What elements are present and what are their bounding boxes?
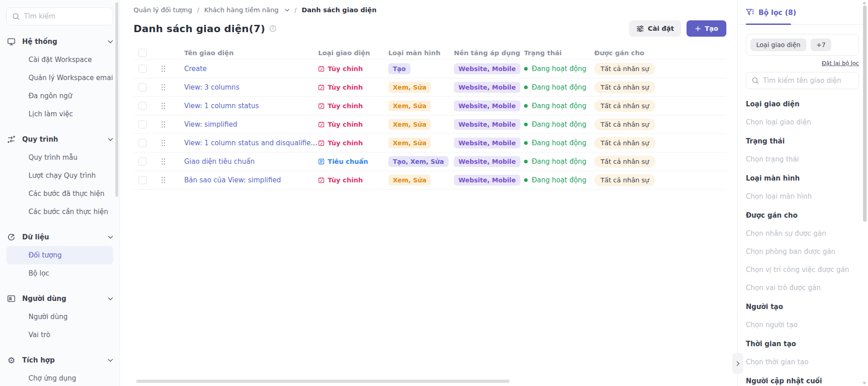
sidebar-section-quy-trinh[interactable]: Quy trình <box>6 130 113 148</box>
filter-select-nguoi-tao[interactable]: Chọn người tạo <box>746 321 859 329</box>
status-cell: Đang hoạt động <box>524 157 594 166</box>
interface-name-link[interactable]: Bản sao của View: simplified <box>184 176 281 184</box>
drag-handle-icon[interactable] <box>161 84 166 91</box>
create-button[interactable]: + Tạo <box>687 20 726 37</box>
type-cell: Tùy chỉnh <box>318 176 388 184</box>
screen-badge: Xem, Sửa <box>388 175 431 186</box>
status-label: Đang hoạt động <box>532 65 587 73</box>
title-row: Danh sách giao diện(7) Cài đặt <box>134 21 726 36</box>
sidebar-item-quy-trinh-mau[interactable]: Quy trình mẫu <box>6 148 113 167</box>
interface-name-link[interactable]: View: 1 column status and disqualified r… <box>184 139 318 147</box>
drag-handle-icon[interactable] <box>161 121 166 128</box>
row-checkbox[interactable] <box>138 83 147 91</box>
sidebar-item-cac-buoc-da-thuc-hien[interactable]: Các bước đã thực hiện <box>6 185 113 203</box>
column-header-name: Tên giao diện <box>172 49 318 57</box>
filter-panel-scrollbar[interactable] <box>863 0 867 386</box>
chevron-down-icon[interactable] <box>285 9 290 12</box>
breadcrumb-item-quan-ly-doi-tuong[interactable]: Quản lý đối tượng <box>134 6 192 14</box>
status-label: Đang hoạt động <box>532 120 587 129</box>
status-label: Đang hoạt động <box>532 176 587 184</box>
collapse-panel-button[interactable] <box>732 353 743 374</box>
settings-button[interactable]: Cài đặt <box>629 20 682 37</box>
sidebar-item-doi-tuong[interactable]: Đối tượng <box>6 246 113 264</box>
filter-select-loai-giao-dien[interactable]: Chọn loại giao diện <box>746 118 859 126</box>
workflow-icon <box>6 134 16 144</box>
interface-name-link[interactable]: View: 1 column status <box>184 102 259 110</box>
row-checkbox[interactable] <box>138 65 147 73</box>
interface-name-link[interactable]: View: simplified <box>184 120 237 129</box>
screen-badge: Xem, Sửa <box>388 138 431 148</box>
filter-tab[interactable]: Bộ lọc (8) <box>746 0 859 25</box>
filter-search[interactable] <box>746 72 859 89</box>
sidebar-section-he-thong[interactable]: Hệ thống <box>6 33 113 51</box>
filter-chip[interactable]: Loại giao diện <box>750 38 806 51</box>
status-label: Đang hoạt động <box>532 102 587 110</box>
sidebar-item-quan-ly-workspace-email[interactable]: Quản lý Workspace email <box>6 69 113 87</box>
filter-section-nguoi-tao: Người tạo <box>746 303 859 311</box>
sidebar-item-lich-lam-viec[interactable]: Lịch làm việc <box>6 105 113 123</box>
filter-chip-more[interactable]: +7 <box>811 38 832 51</box>
interface-name-link[interactable]: Giao diện tiêu chuẩn <box>184 157 255 166</box>
filter-select-loai-man-hinh[interactable]: Chọn loại màn hình <box>746 192 859 200</box>
filter-section-loai-man-hinh: Loại màn hình <box>746 174 859 182</box>
sidebar-section-nguoi-dung[interactable]: Người dùng <box>6 290 113 308</box>
drag-handle-icon[interactable] <box>161 176 166 184</box>
filter-tab-active-indicator <box>746 24 791 25</box>
info-icon[interactable] <box>269 25 277 32</box>
status-cell: Đang hoạt động <box>524 176 594 184</box>
filter-search-input[interactable] <box>763 76 853 85</box>
filter-select-phong-ban-duoc-gan[interactable]: Chọn phòng ban được gán <box>746 248 859 256</box>
sidebar-item-cho-ung-dung[interactable]: Chợ ứng dụng <box>6 369 113 386</box>
sidebar: Hệ thống Cài đặt Workspace Quản lý Works… <box>0 0 120 386</box>
scroll-up-arrow[interactable] <box>863 1 866 4</box>
row-checkbox[interactable] <box>138 139 147 147</box>
filter-panel-scrollthumb[interactable] <box>863 5 867 222</box>
type-cell: Tùy chỉnh <box>318 121 388 128</box>
sidebar-item-luot-chay-quy-trinh[interactable]: Lượt chạy Quy trình <box>6 167 113 185</box>
status-dot <box>524 160 528 163</box>
table-row: View: 3 columns Tùy chỉnh Xem, Sửa Websi… <box>134 78 726 97</box>
sidebar-item-nguoi-dung[interactable]: Người dùng <box>6 308 113 326</box>
type-label: Tùy chỉnh <box>328 102 363 110</box>
sidebar-item-vai-tro[interactable]: Vai trò <box>6 326 113 344</box>
horizontal-scrollbar[interactable] <box>136 380 510 383</box>
filter-select-thoi-gian-tao[interactable]: Chọn thời gian tạo <box>746 358 859 366</box>
breadcrumb-item-khach-hang-tiem-nang[interactable]: Khách hàng tiềm năng <box>204 6 278 14</box>
sidebar-item-cai-dat-workspace[interactable]: Cài đặt Workspace <box>6 51 113 69</box>
row-checkbox[interactable] <box>138 120 147 129</box>
scroll-down-arrow[interactable] <box>863 382 866 385</box>
row-checkbox[interactable] <box>138 157 147 166</box>
filter-select-vi-tri-cong-viec-duoc-gan[interactable]: Chọn vị trí công việc được gán <box>746 266 859 274</box>
sidebar-scrollbar[interactable] <box>115 2 118 197</box>
data-icon <box>6 232 16 242</box>
screen-badge: Tạo, Xem, Sửa <box>388 156 448 167</box>
sidebar-item-cac-buoc-can-thuc-hien[interactable]: Các bước cần thực hiện <box>6 203 113 221</box>
sidebar-section-du-lieu[interactable]: Dữ liệu <box>6 228 113 246</box>
filter-select-trang-thai[interactable]: Chọn trạng thái <box>746 155 859 163</box>
select-all-checkbox[interactable] <box>138 49 147 57</box>
drag-handle-icon[interactable] <box>161 102 166 110</box>
filter-section-nguoi-cap-nhat-cuoi: Người cập nhật cuối <box>746 377 859 385</box>
drag-handle-icon[interactable] <box>161 65 166 72</box>
drag-handle-icon[interactable] <box>161 139 166 147</box>
drag-handle-icon[interactable] <box>161 158 166 165</box>
sidebar-item-bo-loc[interactable]: Bộ lọc <box>6 264 113 282</box>
list-form-icon <box>318 158 324 165</box>
reset-filters-link[interactable]: Đặt lại bộ lọc <box>746 60 859 67</box>
chevron-down-icon <box>108 138 113 141</box>
filter-select-vai-tro-duoc-gan[interactable]: Chọn vai trò được gán <box>746 284 859 292</box>
sidebar-item-da-ngon-ngu[interactable]: Đa ngôn ngữ <box>6 87 113 105</box>
sidebar-section-tich-hop[interactable]: ⚙ Tích hợp <box>6 351 113 369</box>
platform-badge: Website, Mobile <box>454 138 520 148</box>
type-cell: Tiêu chuẩn <box>318 158 388 165</box>
row-checkbox[interactable] <box>138 176 147 184</box>
column-header-platform: Nền tảng áp dụng <box>454 49 524 57</box>
status-label: Đang hoạt động <box>532 157 587 166</box>
type-label: Tiêu chuẩn <box>328 158 368 165</box>
sidebar-search-input[interactable] <box>24 12 107 20</box>
filter-select-nhan-su-duoc-gan[interactable]: Chọn nhân sự được gán <box>746 229 859 238</box>
interface-name-link[interactable]: Create <box>184 65 207 73</box>
row-checkbox[interactable] <box>138 102 147 110</box>
sidebar-search[interactable] <box>6 7 113 25</box>
interface-name-link[interactable]: View: 3 columns <box>184 83 239 91</box>
